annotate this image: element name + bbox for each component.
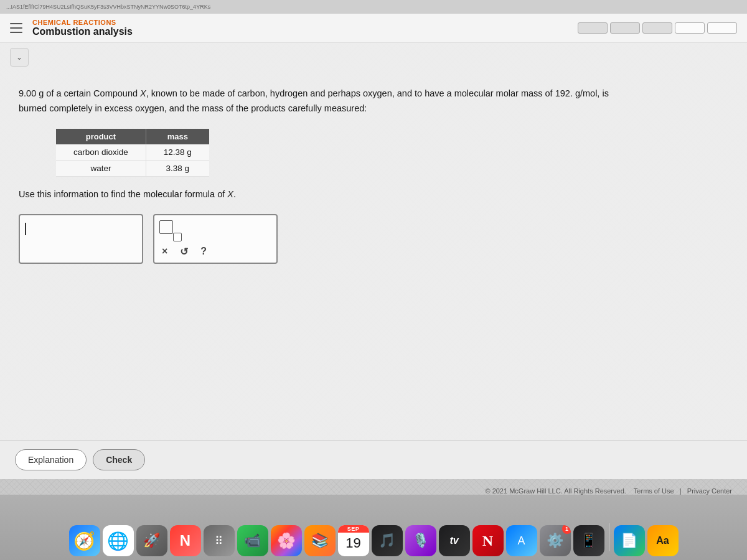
collapse-button[interactable]: ⌄ — [10, 48, 29, 67]
formula-help-button[interactable]: ? — [200, 246, 207, 257]
footer-separator: | — [680, 487, 682, 495]
formula-input-box[interactable]: × ↺ ? — [153, 214, 278, 264]
dock-item-tv[interactable]: tv — [439, 525, 470, 556]
dock-item-dictionary[interactable]: Aa — [647, 525, 679, 556]
problem-variable-x: X — [140, 88, 146, 98]
dock-item-books[interactable]: 📚 — [304, 525, 336, 556]
copyright-text: © 2021 McGraw Hill LLC. All Rights Reser… — [485, 487, 626, 495]
problem-text-before: 9.00 g of a certain Compound — [19, 88, 140, 98]
url-text: ...IAS1fEflfICl79H4SU2LsIfhQSuK5yF3s3VVH… — [6, 4, 210, 10]
settings-badge: 1 — [562, 525, 571, 534]
translate-icon: A — [506, 525, 537, 556]
screentime-icon: 📱 — [573, 525, 604, 556]
dock-item-calendar[interactable]: SEP 19 — [338, 525, 369, 556]
calendar-month: SEP — [338, 525, 369, 533]
safari-icon: 🧭 — [69, 525, 100, 556]
instruction-end: . — [233, 189, 236, 199]
products-table: product mass carbon dioxide 12.38 g wate… — [56, 129, 209, 177]
formula-icon-area — [159, 220, 271, 238]
formula-clear-button[interactable]: × — [162, 246, 167, 257]
progress-segment-2 — [610, 22, 640, 34]
table-header-mass: mass — [146, 129, 209, 144]
dock-item-safari[interactable]: 🧭 — [69, 525, 100, 556]
progress-bar — [578, 22, 737, 34]
footer-copyright: © 2021 McGraw Hill LLC. All Rights Reser… — [485, 487, 732, 495]
dock-item-netflix[interactable]: N — [472, 525, 504, 556]
text-cursor — [25, 223, 26, 235]
news-icon: N — [170, 525, 201, 556]
url-bar: ...IAS1fEflfICl79H4SU2LsIfhQSuK5yF3s3VVH… — [0, 0, 747, 14]
header-title: Combustion analysis — [32, 26, 578, 37]
netflix-icon: N — [472, 525, 504, 556]
tv-icon: tv — [439, 525, 470, 556]
table-header-product: product — [56, 129, 146, 144]
table-cell-product-1: carbon dioxide — [56, 144, 146, 161]
check-button[interactable]: Check — [93, 449, 145, 470]
progress-segment-4 — [675, 22, 705, 34]
terms-link[interactable]: Terms of Use — [634, 487, 674, 495]
answer-input-box[interactable] — [19, 214, 143, 264]
dock-item-music[interactable]: 🎵 — [372, 525, 403, 556]
dock-item-launchpad[interactable]: 🚀 — [136, 525, 167, 556]
table-cell-mass-1: 12.38 g — [146, 144, 209, 161]
problem-text: 9.00 g of a certain Compound X, known to… — [19, 86, 610, 116]
formula-main-icon — [159, 220, 177, 238]
tv-label: tv — [449, 535, 458, 546]
content-area: 9.00 g of a certain Compound X, known to… — [0, 72, 747, 297]
table-row: carbon dioxide 12.38 g — [56, 144, 209, 161]
dock-item-facetime[interactable]: 📹 — [237, 525, 268, 556]
header-subtitle: CHEMICAL REACTIONS — [32, 19, 578, 26]
table-row: water 3.38 g — [56, 160, 209, 176]
calendar-day: 19 — [345, 533, 360, 553]
photos-icon: 🌸 — [271, 525, 302, 556]
macos-dock: 🧭 🌐 🚀 N ⠿ — [0, 495, 747, 560]
calendar-icon: SEP 19 — [338, 525, 369, 556]
dots-icon: ⠿ — [204, 525, 235, 556]
facetime-icon: 📹 — [237, 525, 268, 556]
dock-item-chrome[interactable]: 🌐 — [103, 525, 134, 556]
music-icon: 🎵 — [372, 525, 403, 556]
main-panel: CHEMICAL REACTIONS Combustion analysis ⌄… — [0, 0, 747, 479]
formula-controls: × ↺ ? — [159, 246, 271, 258]
dock-item-settings[interactable]: ⚙️ 1 — [540, 525, 571, 556]
answer-section: × ↺ ? — [19, 214, 728, 264]
dock-item-dots[interactable]: ⠿ — [204, 525, 235, 556]
formula-undo-button[interactable]: ↺ — [180, 246, 188, 258]
dock-item-translate[interactable]: A — [506, 525, 537, 556]
books-icon: 📚 — [304, 525, 336, 556]
dock-container: 🧭 🌐 🚀 N ⠿ — [0, 495, 747, 560]
launchpad-icon: 🚀 — [136, 525, 167, 556]
progress-segment-5 — [707, 22, 737, 34]
table-cell-product-2: water — [56, 160, 146, 176]
file-icon: 📄 — [614, 525, 645, 556]
dock-item-podcast[interactable]: 🎙️ — [405, 525, 436, 556]
chrome-icon: 🌐 — [103, 525, 134, 556]
explanation-button[interactable]: Explanation — [15, 449, 87, 470]
chevron-down-icon: ⌄ — [16, 53, 22, 62]
settings-icon: ⚙️ 1 — [540, 525, 571, 556]
dock-item-screentime[interactable]: 📱 — [573, 525, 604, 556]
font-label: Aa — [656, 535, 669, 546]
instruction-variable: X — [227, 189, 233, 199]
top-bar: CHEMICAL REACTIONS Combustion analysis — [0, 14, 747, 43]
progress-segment-1 — [578, 22, 608, 34]
hamburger-menu-icon[interactable] — [10, 23, 22, 33]
instruction-before: Use this information to find the molecul… — [19, 189, 227, 199]
instruction-text: Use this information to find the molecul… — [19, 189, 728, 199]
dictionary-icon: Aa — [647, 525, 679, 556]
dock-item-news[interactable]: N — [170, 525, 201, 556]
bottom-bar: Explanation Check — [0, 440, 747, 479]
table-cell-mass-2: 3.38 g — [146, 160, 209, 176]
dock-item-photos[interactable]: 🌸 — [271, 525, 302, 556]
podcast-icon: 🎙️ — [405, 525, 436, 556]
dock-separator — [609, 523, 609, 551]
dock-item-file[interactable]: 📄 — [614, 525, 645, 556]
header-title-area: CHEMICAL REACTIONS Combustion analysis — [32, 19, 578, 37]
progress-segment-3 — [642, 22, 672, 34]
privacy-link[interactable]: Privacy Center — [687, 487, 732, 495]
